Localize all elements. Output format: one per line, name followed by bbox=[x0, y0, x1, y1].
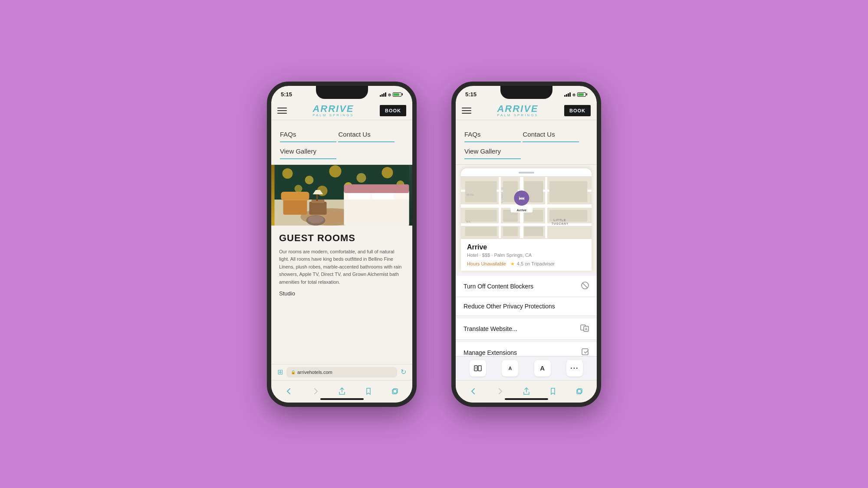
hotel-name: Arrive bbox=[467, 243, 585, 251]
forward-button-left[interactable] bbox=[308, 383, 323, 399]
more-options-button[interactable]: ··· bbox=[566, 360, 583, 377]
hamburger-menu-right[interactable] bbox=[462, 108, 471, 114]
svg-rect-15 bbox=[281, 192, 309, 200]
svg-point-5 bbox=[382, 167, 393, 178]
signal-icon bbox=[380, 92, 386, 97]
logo-subtitle-right: PALM SPRINGS bbox=[497, 114, 538, 117]
svg-rect-18 bbox=[316, 194, 318, 201]
menu-item-privacy[interactable]: Reduce Other Privacy Protections bbox=[456, 297, 597, 316]
svg-rect-40 bbox=[465, 210, 497, 221]
bookmarks-button-right[interactable] bbox=[545, 383, 561, 399]
svg-text:SOL: SOL bbox=[466, 220, 471, 223]
safari-toolbar-right: A A ··· bbox=[456, 356, 597, 380]
status-icons-right: ⌾ bbox=[564, 92, 587, 97]
menu-label-translate: Translate Website... bbox=[464, 325, 517, 332]
share-button-left[interactable] bbox=[334, 383, 350, 399]
forward-button-right[interactable] bbox=[492, 383, 508, 399]
menu-label-privacy: Reduce Other Privacy Protections bbox=[464, 303, 555, 310]
browser-bar-left: ⊞ 🔒 arrivehotels.com ↻ bbox=[271, 364, 412, 380]
svg-text:🛏: 🛏 bbox=[519, 195, 525, 201]
maps-panel: N KAWAH RD NS RD SOL LITTLE TUSCANY 🛏 Ar… bbox=[461, 168, 592, 271]
svg-text:Arrive: Arrive bbox=[517, 208, 527, 212]
home-indicator-left bbox=[320, 398, 364, 400]
signal-icon-right bbox=[564, 92, 571, 97]
safari-menu: Turn Off Content Blockers Reduce Other P… bbox=[456, 273, 597, 363]
room-content: GUEST ROOMS Our rooms are modern, comfor… bbox=[271, 226, 412, 304]
svg-rect-36 bbox=[465, 181, 497, 202]
menu-item-content-blockers[interactable]: Turn Off Content Blockers bbox=[456, 276, 597, 297]
share-button-right[interactable] bbox=[519, 383, 534, 399]
nav-item-contact[interactable]: Contact Us bbox=[338, 127, 395, 142]
nav-item-faqs-right[interactable]: FAQs bbox=[464, 127, 521, 142]
tabs-button-left[interactable] bbox=[387, 383, 403, 399]
translate-icon: A bbox=[580, 324, 589, 334]
hotel-type: Hotel bbox=[467, 252, 478, 258]
back-button-left[interactable] bbox=[281, 383, 297, 399]
svg-point-3 bbox=[329, 165, 342, 177]
back-button-right[interactable] bbox=[466, 383, 481, 399]
text-large-label: A bbox=[540, 364, 545, 372]
room-image bbox=[271, 165, 412, 226]
text-smaller-button[interactable]: A bbox=[502, 360, 518, 377]
reader-view-button[interactable] bbox=[470, 360, 486, 377]
map-svg: N KAWAH RD NS RD SOL LITTLE TUSCANY 🛏 Ar… bbox=[461, 176, 592, 239]
svg-rect-62 bbox=[474, 366, 477, 371]
logo-left: ARRIVE PALM SPRINGS bbox=[312, 104, 354, 117]
content-blockers-icon bbox=[581, 282, 589, 291]
time-right: 5:15 bbox=[465, 91, 477, 98]
nav-item-faqs[interactable]: FAQs bbox=[280, 127, 336, 142]
url-bar-left[interactable]: 🔒 arrivehotels.com bbox=[286, 367, 397, 377]
logo-subtitle-left: PALM SPRINGS bbox=[312, 114, 354, 117]
svg-point-26 bbox=[308, 216, 324, 223]
lock-icon: 🔒 bbox=[291, 370, 296, 374]
room-type: Studio bbox=[279, 290, 404, 297]
bookmarks-button-left[interactable] bbox=[361, 383, 376, 399]
book-button-left[interactable]: BOOK bbox=[380, 105, 406, 116]
svg-rect-35 bbox=[545, 177, 547, 238]
nav-menu-right: FAQs Contact Us View Gallery bbox=[456, 120, 597, 165]
hotel-meta: Hotel · $$$ · Palm Springs, CA bbox=[467, 252, 585, 258]
notch bbox=[316, 86, 368, 99]
svg-text:TUSCANY: TUSCANY bbox=[552, 222, 569, 225]
svg-rect-16 bbox=[309, 202, 327, 215]
hotel-info: Arrive Hotel · $$$ · Palm Springs, CA Ho… bbox=[461, 239, 592, 271]
menu-label-extensions: Manage Extensions bbox=[464, 349, 517, 356]
svg-text:N KAWAH RD: N KAWAH RD bbox=[501, 187, 503, 203]
svg-rect-44 bbox=[465, 226, 497, 236]
room-description: Our rooms are modern, comfortable, and f… bbox=[279, 248, 404, 286]
battery-icon-right bbox=[577, 92, 587, 97]
svg-text:A: A bbox=[585, 328, 587, 331]
svg-point-2 bbox=[305, 176, 314, 184]
room-image-svg bbox=[271, 165, 412, 226]
reload-icon[interactable]: ↻ bbox=[401, 368, 406, 376]
hamburger-menu-left[interactable] bbox=[277, 108, 287, 114]
nav-item-contact-right[interactable]: Contact Us bbox=[523, 127, 579, 142]
nav-item-gallery[interactable]: View Gallery bbox=[280, 144, 336, 159]
left-phone: 5:15 ⌾ ARRIVE PALM SPRIN bbox=[267, 82, 417, 407]
svg-text:LITTLE: LITTLE bbox=[554, 219, 566, 222]
svg-point-4 bbox=[357, 173, 366, 183]
text-larger-button[interactable]: A bbox=[534, 360, 551, 377]
menu-item-translate[interactable]: Translate Website... A bbox=[456, 318, 597, 340]
svg-rect-63 bbox=[478, 366, 481, 371]
tabs-button-right[interactable] bbox=[572, 383, 587, 399]
nav-item-gallery-right[interactable]: View Gallery bbox=[464, 144, 521, 159]
hotel-price: $$$ bbox=[482, 252, 490, 258]
tab-icon[interactable]: ⊞ bbox=[277, 368, 283, 376]
book-button-right[interactable]: BOOK bbox=[564, 105, 591, 116]
home-indicator-right bbox=[505, 398, 548, 400]
map-view[interactable]: N KAWAH RD NS RD SOL LITTLE TUSCANY 🛏 Ar… bbox=[461, 176, 592, 239]
browser-header-left: ARRIVE PALM SPRINGS BOOK bbox=[271, 102, 412, 120]
text-small-label: A bbox=[508, 366, 512, 371]
logo-arrive-right: ARRIVE bbox=[497, 104, 538, 114]
hotel-hours-status: Hours Unavailable bbox=[467, 261, 506, 266]
maps-handle bbox=[519, 172, 534, 174]
logo-arrive-left: ARRIVE bbox=[312, 104, 354, 114]
svg-rect-46 bbox=[524, 226, 543, 236]
battery-icon bbox=[393, 92, 403, 97]
svg-rect-24 bbox=[344, 184, 409, 193]
menu-label-content-blockers: Turn Off Content Blockers bbox=[464, 283, 533, 290]
status-icons-left: ⌾ bbox=[380, 92, 403, 97]
svg-line-57 bbox=[582, 283, 588, 288]
browser-header-right: ARRIVE PALM SPRINGS BOOK bbox=[456, 102, 597, 120]
